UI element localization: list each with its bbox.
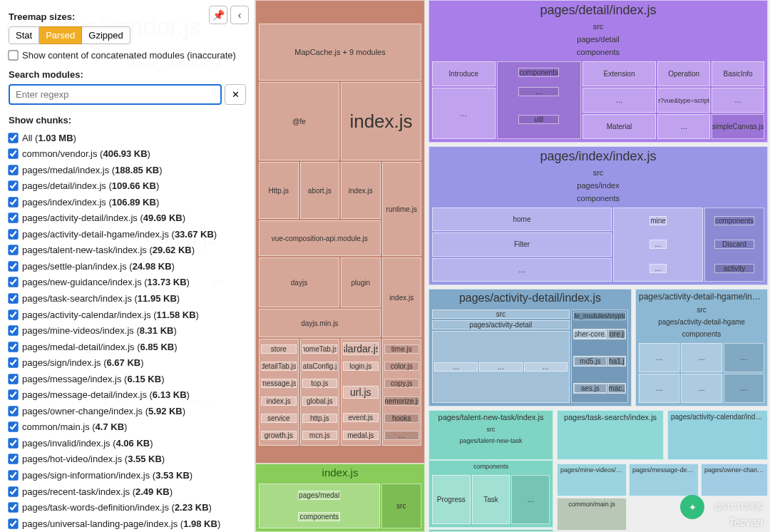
size-stat-button[interactable]: Stat bbox=[9, 26, 39, 44]
treemap-cell[interactable]: … bbox=[657, 114, 710, 139]
treemap-cell[interactable]: login.js bbox=[343, 362, 379, 371]
treemap-cell[interactable]: abort.js bbox=[300, 162, 340, 219]
treemap-cell[interactable]: Material bbox=[582, 114, 656, 139]
treemap-cell[interactable]: … bbox=[639, 374, 679, 403]
chunk-row[interactable]: All (1.03 MB) bbox=[9, 130, 246, 146]
treemap-node-detail[interactable]: pages/detail/index.js src pages/detail c… bbox=[428, 0, 768, 143]
chunk-checkbox[interactable] bbox=[8, 213, 18, 223]
treemap-cell[interactable]: runtime.js bbox=[382, 162, 422, 256]
treemap-cell[interactable]: time.js bbox=[384, 344, 420, 354]
treemap-cell[interactable]: … bbox=[479, 362, 523, 372]
treemap-cell[interactable]: dayjs bbox=[259, 257, 339, 307]
treemap-node-activity-calendar[interactable]: pages/activity-calendar/index.js bbox=[667, 410, 768, 460]
chunk-row[interactable]: pages/talent-new-task/index.js (29.62 KB… bbox=[9, 242, 246, 259]
treemap-cell[interactable]: activity bbox=[714, 264, 754, 273]
treemap-cell[interactable]: index.js bbox=[341, 82, 421, 160]
treemap-cell[interactable]: store bbox=[261, 344, 297, 354]
chunk-checkbox[interactable] bbox=[8, 358, 18, 368]
chunk-row[interactable]: pages/activity-calendar/index.js (11.58 … bbox=[9, 307, 246, 323]
treemap-cell[interactable]: pages/medal bbox=[298, 491, 340, 500]
chunk-checkbox[interactable] bbox=[8, 406, 18, 416]
chunk-row[interactable]: common/vendor.js (406.93 KB) bbox=[9, 146, 246, 163]
treemap-cell[interactable]: dayjs.min.js bbox=[259, 309, 381, 337]
treemap-cell[interactable]: … bbox=[518, 87, 558, 96]
treemap-node-talent-new-task-body[interactable]: components Progress Task … bbox=[428, 460, 553, 528]
chunk-row[interactable]: pages/activity-detail/index.js (49.69 KB… bbox=[9, 210, 246, 227]
treemap-cell[interactable]: Extension bbox=[582, 61, 656, 86]
treemap-cell[interactable]: mine bbox=[650, 216, 667, 225]
treemap-cell[interactable]: hmac.js bbox=[608, 384, 625, 393]
treemap-cell[interactable]: … bbox=[511, 475, 550, 524]
treemap-cell[interactable]: dataConfig.js bbox=[302, 362, 338, 371]
treemap-cell[interactable]: detailTab.js bbox=[261, 362, 297, 371]
treemap-cell[interactable]: homeTab.js bbox=[302, 344, 338, 354]
treemap-node-vendor[interactable]: MapCache.js + 9 modules @fe index.js Htt… bbox=[255, 0, 425, 464]
treemap-cell[interactable]: … bbox=[681, 374, 722, 403]
chunk-row[interactable]: common/main.js (4.7 KB) bbox=[9, 419, 246, 436]
treemap-cell[interactable]: … bbox=[434, 362, 478, 372]
treemap-cell[interactable]: src bbox=[381, 484, 422, 528]
chunk-row[interactable]: pages/universal-landing-page/index.js (1… bbox=[9, 516, 246, 532]
treemap-cell[interactable]: plugin bbox=[341, 257, 381, 307]
treemap-cell[interactable]: top.js bbox=[302, 379, 338, 388]
treemap-cell[interactable]: … bbox=[724, 374, 764, 403]
treemap-node-small[interactable]: pages/message-detail/index.js bbox=[629, 464, 699, 496]
treemap-cell[interactable]: BasicInfo bbox=[712, 61, 764, 86]
treemap-node-small[interactable]: common/main.js bbox=[557, 498, 627, 531]
treemap-cell[interactable]: home bbox=[432, 208, 612, 231]
treemap-cell[interactable]: simpleCanvas.js bbox=[712, 114, 764, 139]
chunk-row[interactable]: pages/recent-task/index.js (2.49 KB) bbox=[9, 484, 246, 500]
treemap-cell[interactable]: service bbox=[261, 414, 297, 423]
chunk-row[interactable]: pages/message/index.js (6.15 KB) bbox=[9, 371, 246, 387]
treemap-cell[interactable]: src bbox=[432, 310, 570, 319]
show-concat-checkbox-row[interactable]: Show content of concatenated modules (in… bbox=[9, 50, 246, 61]
chunk-checkbox[interactable] bbox=[8, 374, 18, 384]
treemap-cell[interactable]: memorize.js bbox=[384, 397, 420, 406]
chunk-checkbox[interactable] bbox=[8, 454, 18, 464]
chunk-checkbox[interactable] bbox=[8, 342, 18, 352]
chunk-checkbox[interactable] bbox=[8, 518, 18, 528]
treemap-cell[interactable]: … bbox=[432, 88, 496, 139]
chunk-checkbox[interactable] bbox=[8, 310, 18, 319]
chunk-checkbox[interactable] bbox=[8, 148, 18, 158]
treemap-cell[interactable]: … bbox=[681, 343, 722, 372]
chunk-row[interactable]: pages/mine-videos/index.js (8.31 KB) bbox=[9, 323, 246, 339]
chunk-checkbox[interactable] bbox=[8, 293, 18, 303]
treemap-cell[interactable]: MapCache.js + 9 modules bbox=[259, 24, 421, 81]
treemap-cell[interactable]: … bbox=[712, 88, 764, 113]
treemap-cell[interactable]: md5.js bbox=[574, 357, 607, 366]
chunk-checkbox[interactable] bbox=[8, 325, 18, 335]
chunk-checkbox[interactable] bbox=[8, 486, 18, 496]
chunk-checkbox[interactable] bbox=[8, 229, 18, 239]
chunk-checkbox[interactable] bbox=[8, 261, 18, 271]
treemap-cell[interactable]: copy.js bbox=[384, 379, 420, 388]
treemap-cell[interactable]: Operation bbox=[657, 61, 710, 86]
chunk-row[interactable]: pages/task-search/index.js (11.95 KB) bbox=[9, 290, 246, 307]
treemap-cell[interactable]: medal.js bbox=[343, 431, 379, 440]
treemap-cell[interactable]: sha1.js bbox=[608, 357, 625, 366]
treemap-cell[interactable]: index.js bbox=[261, 397, 297, 406]
treemap-cell[interactable]: components bbox=[518, 68, 558, 77]
treemap-cell[interactable]: Discard bbox=[714, 240, 754, 249]
treemap-cell[interactable]: … bbox=[432, 258, 612, 282]
size-gzipped-button[interactable]: Gzipped bbox=[82, 26, 130, 44]
treemap-cell[interactable]: … bbox=[724, 343, 764, 372]
clear-search-button[interactable]: ✕ bbox=[225, 84, 246, 105]
chunk-row[interactable]: pages/sign-information/index.js (3.53 KB… bbox=[9, 467, 246, 484]
treemap-cell[interactable]: color.js bbox=[384, 362, 420, 371]
treemap-cell[interactable]: Http.js bbox=[259, 162, 299, 219]
chunk-checkbox[interactable] bbox=[8, 438, 18, 448]
chunk-checkbox[interactable] bbox=[8, 133, 18, 143]
chunk-checkbox[interactable] bbox=[8, 422, 18, 432]
treemap-cell[interactable]: components bbox=[298, 512, 340, 521]
chunk-row[interactable]: pages/settle-plan/index.js (24.98 KB) bbox=[9, 258, 246, 275]
treemap-cell[interactable]: Introduce bbox=[432, 61, 496, 86]
treemap-cell[interactable]: … bbox=[524, 362, 568, 372]
chunk-checkbox[interactable] bbox=[8, 502, 18, 512]
pin-button[interactable]: 📌 bbox=[209, 6, 227, 24]
chunk-row[interactable]: pages/new-guidance/index.js (13.73 KB) bbox=[9, 275, 246, 291]
chunk-checkbox[interactable] bbox=[8, 470, 18, 480]
chunk-row[interactable]: pages/medal/index.js (188.85 KB) bbox=[9, 162, 246, 178]
treemap-node-medal[interactable]: index.js pages/medal components src bbox=[255, 464, 425, 532]
treemap-canvas[interactable]: MapCache.js + 9 modules @fe index.js Htt… bbox=[255, 0, 770, 532]
